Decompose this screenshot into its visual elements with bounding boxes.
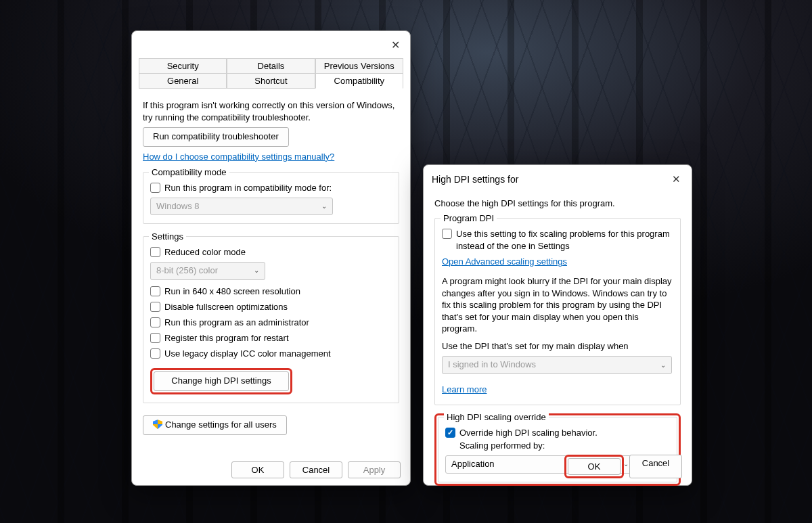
register-restart-label: Register this program for restart	[164, 332, 289, 345]
override-legend: High DPI scaling override	[444, 411, 549, 424]
legacy-icc-checkbox[interactable]: Use legacy display ICC color management	[150, 348, 392, 361]
chevron-down-icon: ⌄	[660, 361, 666, 371]
blur-explain: A program might look blurry if the DPI f…	[442, 275, 673, 335]
checkbox-icon	[150, 286, 160, 296]
dpi-intro: Choose the high DPI settings for this pr…	[434, 198, 681, 210]
program-dpi-group: Program DPI Use this setting to fix scal…	[434, 218, 681, 406]
legacy-icc-label: Use legacy display ICC color management	[164, 348, 331, 361]
titlebar: High DPI settings for ✕	[424, 165, 692, 189]
tab-shortcut[interactable]: Shortcut	[227, 73, 315, 89]
tab-row-2: General Shortcut Compatibility	[139, 73, 403, 89]
checkbox-icon	[150, 302, 160, 312]
use-setting-label: Use this setting to fix scaling problems…	[456, 228, 673, 254]
window-title: High DPI settings for	[432, 174, 518, 185]
tab-compatibility[interactable]: Compatibility	[315, 73, 403, 89]
compat-mode-select[interactable]: Windows 8 ⌄	[150, 198, 333, 216]
use-setting-checkbox[interactable]: Use this setting to fix scaling problems…	[442, 228, 673, 254]
color-mode-value: 8-bit (256) color	[156, 265, 218, 277]
checkbox-icon	[150, 317, 160, 327]
checkbox-icon	[150, 247, 160, 257]
override-checkbox[interactable]: Override high DPI scaling behavior. Scal…	[445, 427, 670, 453]
tab-security[interactable]: Security	[139, 58, 227, 74]
compat-mode-checkbox[interactable]: Run this program in compatibility mode f…	[150, 182, 392, 195]
chevron-down-icon: ⌄	[321, 202, 327, 212]
tab-general[interactable]: General	[139, 73, 227, 89]
checkbox-icon	[150, 183, 160, 193]
change-all-users-label: Change settings for all users	[165, 419, 277, 430]
dialog-footer: OK Cancel	[564, 455, 682, 478]
checkbox-icon	[445, 428, 455, 438]
settings-legend: Settings	[149, 231, 186, 244]
apply-button[interactable]: Apply	[348, 461, 401, 478]
checkbox-icon	[150, 348, 160, 359]
compat-mode-legend: Compatibility mode	[149, 166, 229, 179]
high-dpi-window: High DPI settings for ✕ Choose the high …	[423, 164, 692, 486]
override-value: Application	[451, 458, 495, 471]
ok-button[interactable]: OK	[231, 461, 284, 478]
override-label-2: Scaling performed by:	[459, 440, 545, 451]
chevron-down-icon: ⌄	[254, 266, 259, 276]
ok-button[interactable]: OK	[568, 458, 621, 475]
disable-fullscreen-label: Disable fullscreen optimizations	[164, 301, 288, 314]
compat-mode-label: Run this program in compatibility mode f…	[164, 182, 332, 195]
change-all-users-button[interactable]: Change settings for all users	[143, 415, 287, 435]
compat-mode-value: Windows 8	[156, 200, 200, 213]
run-troubleshooter-button[interactable]: Run compatibility troubleshooter	[143, 127, 289, 147]
disable-fullscreen-checkbox[interactable]: Disable fullscreen optimizations	[150, 301, 392, 314]
cancel-button[interactable]: Cancel	[290, 461, 342, 478]
dialog-footer: OK Cancel Apply	[231, 461, 401, 478]
compat-mode-group: Compatibility mode Run this program in c…	[143, 172, 399, 225]
cancel-button[interactable]: Cancel	[629, 455, 682, 478]
reduced-color-label: Reduced color mode	[164, 246, 246, 259]
tab-previous-versions[interactable]: Previous Versions	[315, 58, 403, 74]
close-icon[interactable]: ✕	[386, 35, 405, 54]
checkbox-icon	[150, 333, 160, 343]
close-icon[interactable]: ✕	[669, 172, 683, 187]
checkbox-icon	[442, 229, 452, 239]
tab-row-1: Security Details Previous Versions	[139, 58, 403, 74]
resolution-checkbox[interactable]: Run in 640 x 480 screen resolution	[150, 286, 392, 298]
register-restart-checkbox[interactable]: Register this program for restart	[150, 332, 392, 345]
titlebar: ✕	[132, 31, 410, 55]
open-advanced-link[interactable]: Open Advanced scaling settings	[442, 256, 567, 267]
run-admin-checkbox[interactable]: Run this program as an administrator	[150, 317, 392, 329]
compat-intro-text: If this program isn't working correctly …	[143, 99, 399, 123]
settings-group: Settings Reduced color mode 8-bit (256) …	[143, 236, 399, 403]
dpi-when-value: I signed in to Windows	[448, 359, 536, 371]
learn-more-link[interactable]: Learn more	[442, 384, 487, 394]
override-label-1: Override high DPI scaling behavior.	[459, 428, 597, 438]
reduced-color-checkbox[interactable]: Reduced color mode	[150, 246, 392, 259]
change-dpi-button[interactable]: Change high DPI settings	[154, 371, 289, 391]
manual-settings-link[interactable]: How do I choose compatibility settings m…	[143, 152, 334, 162]
program-dpi-legend: Program DPI	[441, 212, 497, 225]
use-dpi-when-label: Use the DPI that's set for my main displ…	[442, 340, 673, 353]
properties-window: ✕ Security Details Previous Versions Gen…	[131, 30, 411, 486]
tab-details[interactable]: Details	[227, 58, 315, 74]
resolution-label: Run in 640 x 480 screen resolution	[164, 286, 300, 298]
dpi-when-select[interactable]: I signed in to Windows ⌄	[442, 356, 672, 374]
color-mode-select[interactable]: 8-bit (256) color ⌄	[150, 262, 265, 280]
shield-icon	[153, 419, 162, 429]
run-admin-label: Run this program as an administrator	[164, 317, 309, 329]
